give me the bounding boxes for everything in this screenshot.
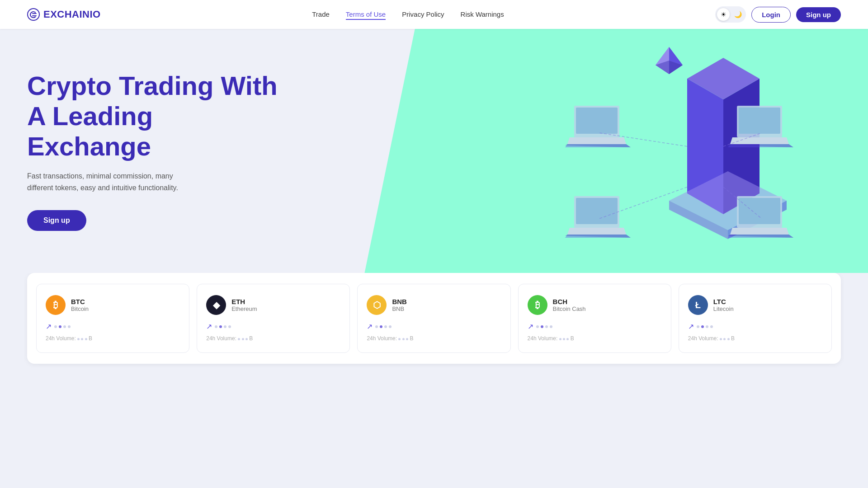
- dot: [697, 325, 699, 328]
- svg-rect-13: [576, 108, 618, 134]
- bch-name: Bitcoin Cash: [553, 305, 586, 312]
- crypto-card-eth: ◆ ETH Ethereum ↗ 24h Volume:: [197, 284, 350, 353]
- signup-button-nav[interactable]: Sign up: [796, 7, 841, 22]
- theme-toggle: ☀ 🌙: [715, 6, 746, 23]
- dot: [380, 325, 382, 328]
- crypto-card-bnb: ⬡ BNB BNB ↗ 24h Volume:: [357, 284, 510, 353]
- dot: [550, 325, 552, 328]
- vol-dot: [398, 338, 401, 340]
- btc-icon: ₿: [46, 295, 66, 315]
- hero-illustration-svg: [533, 33, 841, 268]
- ltc-volume: 24h Volume: B: [688, 335, 822, 342]
- vol-dot: [723, 338, 726, 340]
- ltc-volume-label: 24h Volume:: [688, 335, 718, 342]
- dot: [710, 325, 713, 328]
- vol-dot: [563, 338, 565, 340]
- eth-volume: 24h Volume: B: [206, 335, 340, 342]
- svg-point-0: [28, 9, 39, 20]
- hero-subtitle: Fast transactions, minimal commission, m…: [27, 170, 199, 193]
- ltc-ticker: LTC: [713, 298, 734, 305]
- btc-chart: ↗: [46, 322, 180, 331]
- dot: [54, 325, 57, 328]
- btc-chart-dots: [54, 325, 71, 328]
- svg-rect-23: [576, 198, 618, 224]
- crypto-card-btc: ₿ BTC Bitcoin ↗ 24h Volume:: [36, 284, 189, 353]
- hero-illustration: [533, 33, 841, 268]
- card-header-btc: ₿ BTC Bitcoin: [46, 295, 180, 315]
- crypto-card-bch: ₿ BCH Bitcoin Cash ↗ 24h Volume:: [518, 284, 671, 353]
- bch-trend: ↗: [528, 322, 533, 331]
- card-header-bnb: ⬡ BNB BNB: [367, 295, 501, 315]
- eth-trend: ↗: [206, 322, 212, 331]
- crypto-card-ltc: Ł LTC Litecoin ↗ 24h Volume:: [679, 284, 832, 353]
- eth-ticker: ETH: [231, 298, 257, 305]
- dot: [228, 325, 231, 328]
- btc-name: Bitcoin: [71, 305, 89, 312]
- vol-dot: [245, 338, 248, 340]
- svg-marker-29: [730, 228, 789, 235]
- nav-trade[interactable]: Trade: [312, 10, 330, 18]
- hero-title: Crypto Trading With A Leading Exchange: [27, 71, 280, 161]
- bch-chart-dots: [536, 325, 552, 328]
- dot: [701, 325, 704, 328]
- navbar-right: ☀ 🌙 Login Sign up: [715, 6, 841, 23]
- dot: [215, 325, 217, 328]
- btc-name-group: BTC Bitcoin: [71, 298, 89, 312]
- eth-chart: ↗: [206, 322, 340, 331]
- bnb-volume: 24h Volume: B: [367, 335, 501, 342]
- dot: [545, 325, 548, 328]
- eth-volume-label: 24h Volume:: [206, 335, 236, 342]
- ltc-name: Litecoin: [713, 305, 734, 312]
- ltc-chart-dots: [697, 325, 713, 328]
- bnb-volume-label: 24h Volume:: [367, 335, 397, 342]
- bnb-chart: ↗: [367, 322, 501, 331]
- bch-chart: ↗: [528, 322, 662, 331]
- dot: [541, 325, 543, 328]
- card-header-bch: ₿ BCH Bitcoin Cash: [528, 295, 662, 315]
- hero-section: Crypto Trading With A Leading Exchange F…: [0, 29, 868, 273]
- nav-terms[interactable]: Terms of Use: [346, 10, 386, 20]
- nav-risk[interactable]: Risk Warnings: [461, 10, 504, 18]
- bnb-name: BNB: [392, 305, 407, 312]
- dot: [384, 325, 387, 328]
- vol-dot: [727, 338, 730, 340]
- nav-links: Trade Terms of Use Privacy Policy Risk W…: [312, 10, 504, 19]
- bnb-chart-dots: [375, 325, 392, 328]
- btc-trend: ↗: [46, 322, 52, 331]
- vol-dot: [81, 338, 83, 340]
- bch-volume-label: 24h Volume:: [528, 335, 558, 342]
- vol-dot: [720, 338, 722, 340]
- bnb-trend: ↗: [367, 322, 373, 331]
- logo-text: EXCHAINIO: [43, 9, 101, 20]
- vol-dot: [566, 338, 569, 340]
- logo-icon: [27, 8, 40, 21]
- vol-dot: [77, 338, 80, 340]
- light-mode-button[interactable]: ☀: [717, 8, 730, 21]
- dot: [219, 325, 222, 328]
- login-button[interactable]: Login: [751, 7, 791, 23]
- svg-marker-24: [567, 228, 626, 235]
- eth-name-group: ETH Ethereum: [231, 298, 257, 312]
- bnb-ticker: BNB: [392, 298, 407, 305]
- nav-privacy[interactable]: Privacy Policy: [402, 10, 444, 18]
- eth-chart-dots: [215, 325, 231, 328]
- svg-marker-14: [567, 137, 626, 144]
- signup-button-hero[interactable]: Sign up: [27, 210, 86, 231]
- bnb-icon: ⬡: [367, 295, 387, 315]
- eth-name: Ethereum: [231, 305, 257, 312]
- logo-link[interactable]: EXCHAINIO: [27, 8, 101, 21]
- navbar: EXCHAINIO Trade Terms of Use Privacy Pol…: [0, 0, 868, 29]
- cards-wrapper: ₿ BTC Bitcoin ↗ 24h Volume:: [27, 273, 841, 364]
- svg-marker-19: [730, 137, 789, 144]
- card-header-ltc: Ł LTC Litecoin: [688, 295, 822, 315]
- ltc-chart: ↗: [688, 322, 822, 331]
- bnb-volume-unit: B: [410, 335, 414, 342]
- dot: [389, 325, 392, 328]
- btc-volume-unit: B: [89, 335, 92, 342]
- vol-dot: [406, 338, 408, 340]
- eth-icon: ◆: [206, 295, 226, 315]
- dark-mode-button[interactable]: 🌙: [731, 8, 744, 21]
- card-header-eth: ◆ ETH Ethereum: [206, 295, 340, 315]
- cards-section: ₿ BTC Bitcoin ↗ 24h Volume:: [0, 273, 868, 391]
- bch-volume: 24h Volume: B: [528, 335, 662, 342]
